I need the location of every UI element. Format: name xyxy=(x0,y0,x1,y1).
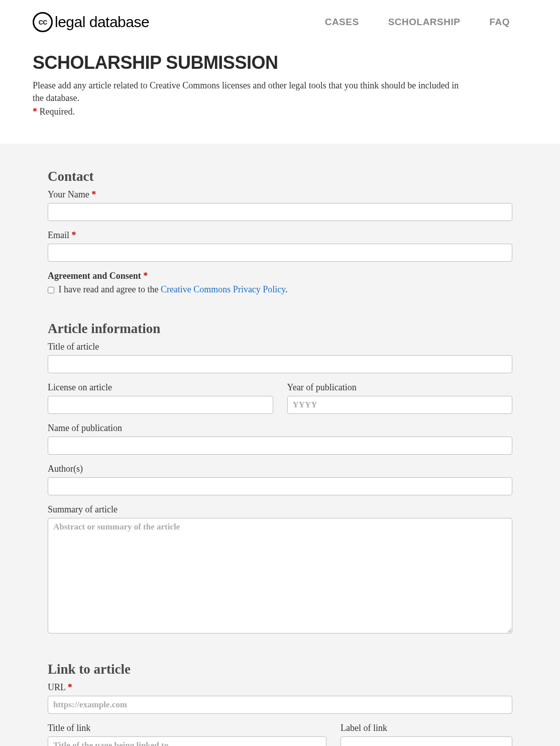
page-title: SCHOLARSHIP SUBMISSION xyxy=(33,52,527,73)
consent-checkbox[interactable] xyxy=(48,287,54,293)
link-section: Link to article URL * Title of link Labe… xyxy=(48,662,512,746)
url-input[interactable] xyxy=(48,696,512,714)
email-label: Email * xyxy=(48,230,512,241)
link-label-input[interactable] xyxy=(341,736,512,746)
name-label: Your Name * xyxy=(48,189,512,200)
authors-label: Author(s) xyxy=(48,464,512,474)
publication-input[interactable] xyxy=(48,437,512,455)
url-label: URL * xyxy=(48,682,512,693)
required-text: Required. xyxy=(37,106,75,117)
title-article-input[interactable] xyxy=(48,355,512,373)
contact-heading: Contact xyxy=(48,169,93,184)
name-input[interactable] xyxy=(48,203,512,221)
summary-textarea[interactable] xyxy=(48,518,512,633)
summary-label: Summary of article xyxy=(48,504,512,515)
link-label-label: Label of link xyxy=(341,723,512,733)
consent-prefix: I have read and agree to the xyxy=(56,284,161,294)
title-article-label: Title of article xyxy=(48,342,512,352)
scholarship-form: Contact Your Name * Email * Agreement an… xyxy=(48,169,512,746)
agreement-label: Agreement and Consent * xyxy=(48,271,512,281)
year-input[interactable] xyxy=(287,396,513,414)
article-heading: Article information xyxy=(48,321,160,337)
authors-input[interactable] xyxy=(48,477,512,495)
nav-scholarship[interactable]: SCHOLARSHIP xyxy=(388,17,461,28)
link-heading: Link to article xyxy=(48,662,131,677)
required-note: * Required. xyxy=(33,105,460,118)
site-logo[interactable]: cc legal database xyxy=(33,12,149,32)
nav-cases[interactable]: CASES xyxy=(325,17,359,28)
header: cc legal database CASES SCHOLARSHIP FAQ xyxy=(0,0,560,37)
nav-faq[interactable]: FAQ xyxy=(489,17,510,28)
publication-label: Name of publication xyxy=(48,423,512,434)
logo-text: legal database xyxy=(55,14,149,31)
required-star-icon: * xyxy=(33,106,37,117)
license-label: License on article xyxy=(48,382,273,393)
contact-section: Contact Your Name * Email * Agreement an… xyxy=(48,169,512,304)
link-title-label: Title of link xyxy=(48,723,326,733)
main-nav: CASES SCHOLARSHIP FAQ xyxy=(325,17,510,28)
cc-logo-icon: cc xyxy=(33,12,53,32)
year-label: Year of publication xyxy=(287,382,513,393)
link-title-input[interactable] xyxy=(48,736,326,746)
consent-row: I have read and agree to the Creative Co… xyxy=(48,284,512,295)
license-input[interactable] xyxy=(48,396,273,414)
consent-suffix: . xyxy=(285,284,288,294)
privacy-policy-link[interactable]: Creative Commons Privacy Policy xyxy=(161,284,285,294)
article-section: Article information Title of article Lic… xyxy=(48,321,512,645)
email-input[interactable] xyxy=(48,244,512,262)
page-intro: Please add any article related to Creati… xyxy=(33,79,460,104)
